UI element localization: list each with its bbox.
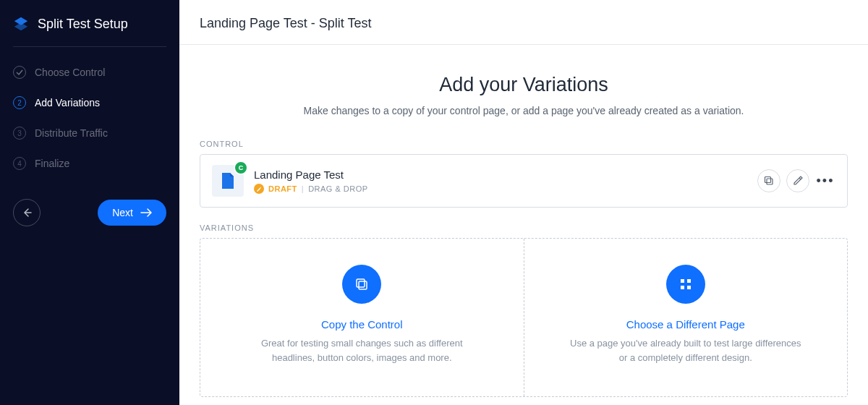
pencil-icon [793,176,803,186]
copy-option-icon-wrap [342,265,381,304]
variations-panel: Copy the Control Great for testing small… [200,238,848,397]
edit-button[interactable] [786,169,809,192]
more-icon: ••• [817,174,835,189]
main-body: Add your Variations Make changes to a co… [179,45,868,405]
svg-rect-1 [765,177,771,183]
main-header: Landing Page Test - Split Test [179,0,868,45]
step-list: Choose Control 2 Add Variations 3 Distri… [0,54,179,179]
status-text: DRAFT [268,184,297,193]
step-number: 4 [13,157,26,170]
svg-rect-2 [359,281,367,289]
draft-status-icon [254,184,264,194]
svg-rect-5 [687,279,691,283]
page-icon [220,171,236,190]
control-meta: DRAFT | DRAG & DROP [254,184,757,194]
control-card: C Landing Page Test DRAFT | DRAG & DROP [200,154,848,208]
svg-rect-3 [357,279,365,287]
step-number: 2 [13,96,26,109]
builder-type: DRAG & DROP [308,184,368,193]
control-section-label: CONTROL [200,140,848,148]
control-actions: ••• [757,169,835,192]
page-title: Landing Page Test - Split Test [200,16,848,31]
page-thumbnail: C [212,165,244,197]
sidebar: Split Test Setup Choose Control 2 Add Va… [0,0,179,405]
option-description: Use a page you've already built to test … [568,336,804,364]
copy-icon [764,176,774,186]
copy-icon [354,277,369,291]
grid-icon [679,278,692,291]
option-title: Choose a Different Page [568,318,804,331]
copy-control-option[interactable]: Copy the Control Great for testing small… [200,239,524,396]
meta-separator: | [302,184,304,193]
more-button[interactable]: ••• [815,171,835,191]
main: Landing Page Test - Split Test Add your … [179,0,868,405]
layers-icon [13,16,29,32]
step-label: Add Variations [35,97,100,108]
back-button[interactable] [13,199,41,226]
control-name: Landing Page Test [254,169,757,181]
section-subheading: Make changes to a copy of your control p… [200,105,848,116]
step-number: 3 [13,127,26,140]
control-badge: C [234,161,248,175]
section-heading: Add your Variations [200,74,848,96]
choose-page-option[interactable]: Choose a Different Page Use a page you'v… [524,239,848,396]
step-choose-control[interactable]: Choose Control [0,57,179,88]
step-add-variations[interactable]: 2 Add Variations [0,88,179,118]
control-info: Landing Page Test DRAFT | DRAG & DROP [254,169,757,194]
sidebar-nav: Next [0,179,179,226]
step-label: Choose Control [35,67,105,78]
svg-rect-0 [767,179,773,184]
arrow-right-icon [140,208,152,217]
svg-rect-7 [687,286,691,289]
sidebar-header: Split Test Setup [0,0,179,46]
step-finalize[interactable]: 4 Finalize [0,148,179,179]
copy-button[interactable] [757,169,780,192]
next-button-label: Next [112,207,133,218]
sidebar-title: Split Test Setup [38,17,128,32]
arrow-left-icon [21,207,33,218]
option-description: Great for testing small changes such as … [244,336,480,364]
step-label: Finalize [35,158,69,169]
choose-option-icon-wrap [666,265,705,304]
variations-section-label: VARIATIONS [200,223,848,232]
option-title: Copy the Control [244,318,480,331]
svg-rect-4 [681,279,684,283]
next-button[interactable]: Next [98,200,166,226]
step-distribute-traffic[interactable]: 3 Distribute Traffic [0,118,179,148]
svg-rect-6 [681,286,684,289]
check-icon [13,66,26,79]
step-label: Distribute Traffic [35,127,108,139]
divider [13,46,166,47]
